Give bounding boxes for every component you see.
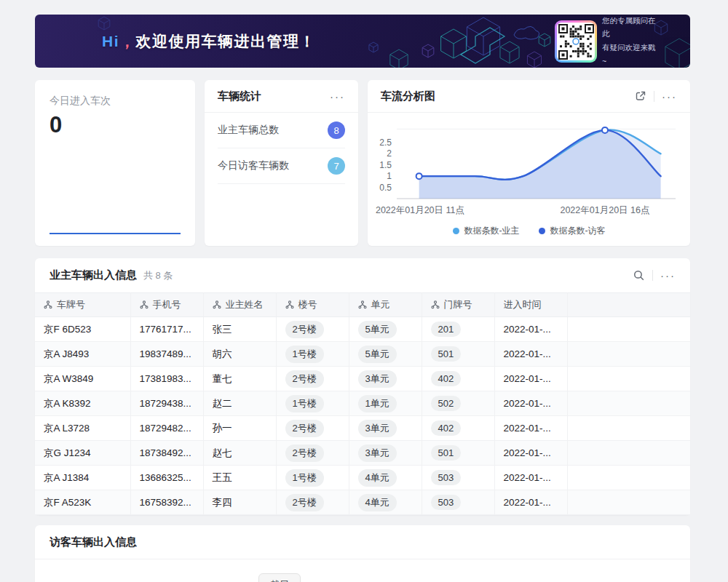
table-cell[interactable]: 2022-01-... bbox=[494, 441, 567, 466]
table-cell[interactable]: 402 bbox=[422, 367, 494, 391]
table-cell[interactable]: 18729438... bbox=[130, 391, 203, 416]
table-cell[interactable]: 京A J8493 bbox=[35, 342, 130, 367]
table-cell[interactable]: 京F A523K bbox=[35, 490, 130, 515]
table-cell[interactable]: 2022-01-... bbox=[494, 342, 567, 367]
table-cell[interactable]: 4单元 bbox=[349, 466, 422, 490]
column-header[interactable]: 楼号 bbox=[276, 293, 349, 317]
table-row[interactable]: 京A J849319837489...胡六1号楼5单元5012022-01-..… bbox=[35, 342, 690, 367]
table-cell[interactable]: 501 bbox=[422, 342, 494, 367]
table-row[interactable]: 京F 6D52317761717...张三2号楼5单元2012022-01-..… bbox=[35, 317, 690, 342]
legend-label: 数据条数-访客 bbox=[550, 225, 606, 237]
table-row[interactable]: 京A J138413686325...王五1号楼4单元5032022-01-..… bbox=[35, 466, 690, 490]
table-cell[interactable]: 1单元 bbox=[349, 391, 422, 416]
more-menu-icon[interactable]: ··· bbox=[330, 91, 345, 102]
table-cell[interactable]: 503 bbox=[422, 490, 494, 515]
consultant-qr-code[interactable] bbox=[555, 20, 597, 63]
column-header[interactable]: 手机号 bbox=[130, 293, 203, 317]
table-cell[interactable]: 2022-01-... bbox=[494, 317, 567, 342]
table-cell[interactable]: 18738492... bbox=[130, 441, 203, 466]
table-cell[interactable] bbox=[567, 317, 690, 342]
table-cell[interactable]: 2022-01-... bbox=[494, 490, 567, 515]
traffic-line-chart[interactable]: 0.511.522.52022年01月20日 11点2022年01月20日 16… bbox=[368, 113, 690, 223]
cell-tag: 402 bbox=[431, 371, 462, 386]
column-header[interactable] bbox=[567, 293, 690, 317]
table-cell[interactable]: 16758392... bbox=[130, 490, 203, 515]
table-row[interactable]: 京A K839218729438...赵二1号楼1单元5022022-01-..… bbox=[35, 391, 690, 416]
table-row[interactable]: 京A W384917381983...董七2号楼3单元4022022-01-..… bbox=[35, 367, 690, 391]
table-cell[interactable]: 1号楼 bbox=[276, 466, 349, 490]
column-header[interactable]: 门牌号 bbox=[422, 293, 494, 317]
table-cell[interactable]: 3单元 bbox=[349, 441, 422, 466]
table-cell[interactable]: 2号楼 bbox=[276, 490, 349, 515]
table-cell[interactable]: 董七 bbox=[203, 367, 276, 391]
table-cell[interactable]: 2022-01-... bbox=[494, 367, 567, 391]
cell-tag: 501 bbox=[431, 346, 462, 362]
legend-dot bbox=[453, 228, 459, 234]
table-cell[interactable] bbox=[567, 342, 690, 367]
table-cell[interactable]: 王五 bbox=[203, 466, 276, 490]
cell-tag: 1号楼 bbox=[285, 469, 324, 487]
table-cell[interactable] bbox=[567, 367, 690, 391]
search-icon[interactable] bbox=[633, 269, 645, 282]
table-cell[interactable]: 2号楼 bbox=[276, 317, 349, 342]
column-header[interactable]: 车牌号 bbox=[35, 293, 130, 317]
table-cell[interactable]: 17381983... bbox=[130, 367, 203, 391]
table-cell[interactable]: 19837489... bbox=[130, 342, 203, 367]
table-cell[interactable]: 京F 6D523 bbox=[35, 317, 130, 342]
table-row[interactable]: 京G J123418738492...赵七2号楼3单元5012022-01-..… bbox=[35, 441, 690, 466]
clipped-button[interactable]: 截屏 bbox=[258, 573, 301, 582]
table-cell[interactable]: 京A K8392 bbox=[35, 391, 130, 416]
table-cell[interactable]: 502 bbox=[422, 391, 494, 416]
table-cell[interactable]: 京G J1234 bbox=[35, 441, 130, 466]
table-cell[interactable]: 3单元 bbox=[349, 367, 422, 391]
banner-title: Hi，欢迎使用车辆进出管理！ bbox=[102, 31, 316, 52]
table-cell[interactable]: 4单元 bbox=[349, 490, 422, 515]
table-cell[interactable]: 京A J1384 bbox=[35, 466, 130, 490]
table-cell[interactable] bbox=[567, 441, 690, 466]
legend-item[interactable]: 数据条数-业主 bbox=[453, 225, 520, 237]
table-row[interactable]: 京F A523K16758392...李四2号楼4单元5032022-01-..… bbox=[35, 490, 690, 515]
table-cell[interactable]: 13686325... bbox=[130, 466, 203, 490]
table-cell[interactable]: 李四 bbox=[203, 490, 276, 515]
column-header[interactable]: 业主姓名 bbox=[203, 293, 276, 317]
table-cell[interactable]: 3单元 bbox=[349, 416, 422, 441]
owner-table-title: 业主车辆出入信息 bbox=[50, 268, 137, 282]
table-row[interactable]: 京A L372818729482...孙一2号楼3单元4022022-01-..… bbox=[35, 416, 690, 441]
table-cell[interactable]: 赵二 bbox=[203, 391, 276, 416]
table-cell[interactable] bbox=[567, 466, 690, 490]
table-cell[interactable]: 2号楼 bbox=[276, 416, 349, 441]
table-cell[interactable]: 京A W3849 bbox=[35, 367, 130, 391]
table-cell[interactable]: 赵七 bbox=[203, 441, 276, 466]
table-cell[interactable]: 2022-01-... bbox=[494, 466, 567, 490]
table-cell[interactable]: 胡六 bbox=[203, 342, 276, 367]
table-cell[interactable]: 张三 bbox=[203, 317, 276, 342]
table-cell[interactable] bbox=[567, 391, 690, 416]
table-cell[interactable]: 2号楼 bbox=[276, 367, 349, 391]
table-cell[interactable]: 501 bbox=[422, 441, 494, 466]
table-cell[interactable]: 17761717... bbox=[130, 317, 203, 342]
table-cell[interactable]: 2022-01-... bbox=[494, 416, 567, 441]
dashboard-page: Hi，欢迎使用车辆进出管理！ 您的专属顾问在此 有疑问欢迎来戳~ 今日进入车次 … bbox=[35, 15, 690, 582]
table-cell[interactable]: 京A L3728 bbox=[35, 416, 130, 441]
table-cell[interactable]: 孙一 bbox=[203, 416, 276, 441]
table-cell[interactable]: 402 bbox=[422, 416, 494, 441]
legend-item[interactable]: 数据条数-访客 bbox=[539, 225, 606, 237]
qr-caption-line1: 您的专属顾问在此 bbox=[602, 15, 659, 41]
more-menu-icon[interactable]: ··· bbox=[660, 270, 676, 281]
table-cell[interactable]: 503 bbox=[422, 466, 494, 490]
table-cell[interactable]: 201 bbox=[422, 317, 494, 342]
table-cell[interactable]: 2022-01-... bbox=[494, 391, 567, 416]
table-cell[interactable]: 18729482... bbox=[130, 416, 203, 441]
table-cell[interactable]: 5单元 bbox=[349, 317, 422, 342]
table-cell[interactable]: 5单元 bbox=[349, 342, 422, 367]
column-header[interactable]: 进入时间 bbox=[494, 293, 567, 317]
table-cell[interactable]: 1号楼 bbox=[276, 391, 349, 416]
table-cell[interactable]: 2号楼 bbox=[276, 441, 349, 466]
table-cell[interactable]: 1号楼 bbox=[276, 342, 349, 367]
table-cell[interactable] bbox=[567, 490, 690, 515]
column-header[interactable]: 单元 bbox=[349, 293, 422, 317]
table-cell[interactable] bbox=[567, 416, 690, 441]
more-menu-icon[interactable]: ··· bbox=[662, 91, 677, 102]
expand-export-icon[interactable] bbox=[635, 90, 646, 102]
cell-tag: 5单元 bbox=[358, 321, 397, 338]
